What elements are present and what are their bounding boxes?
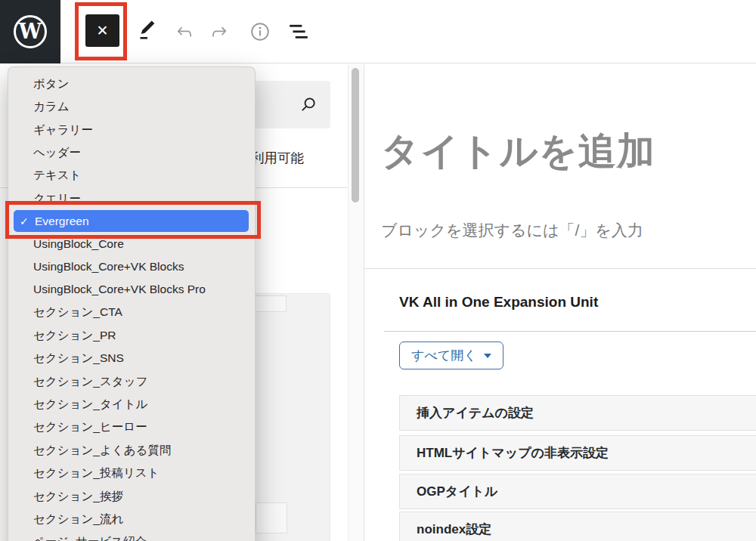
pattern-preview-element	[256, 502, 287, 533]
menu-item-セクション_PR[interactable]: ✓セクション_PR	[8, 324, 255, 347]
accordion-row-label: 挿入アイテムの設定	[417, 404, 534, 422]
meta-panel-divider	[364, 268, 756, 269]
menu-item-カラム[interactable]: ✓カラム	[8, 95, 255, 118]
accordion-row-label: OGPタイトル	[417, 483, 497, 500]
menu-item-UsingBlock_Core+VK Blocks[interactable]: ✓UsingBlock_Core+VK Blocks	[8, 255, 255, 278]
menu-item-label: セクション_PR	[33, 328, 116, 344]
block-appender-prompt[interactable]: ブロックを選択するには「/」を入力	[381, 220, 643, 241]
menu-item-UsingBlock_Core[interactable]: ✓UsingBlock_Core	[8, 232, 255, 255]
edit-pencil-icon[interactable]	[137, 18, 158, 41]
menu-item-label: セクション_SNS	[33, 351, 124, 366]
editor-canvas: タイトルを追加 ブロックを選択するには「/」を入力 VK All in One …	[364, 64, 756, 541]
accordion-row-OGPタイトル[interactable]: OGPタイトル	[399, 474, 756, 509]
menu-item-セクション_ヒーロー[interactable]: ✓セクション_ヒーロー	[8, 416, 255, 439]
list-view-icon[interactable]	[288, 20, 309, 43]
menu-item-label: セクション_タイトル	[33, 397, 147, 413]
pattern-category-dropdown-menu: ✓ボタン✓カラム✓ギャラリー✓ヘッダー✓テキスト✓クエリー✓Evergreen✓…	[8, 66, 256, 541]
menu-item-UsingBlock_Core+VK Blocks Pro[interactable]: ✓UsingBlock_Core+VK Blocks Pro	[8, 278, 255, 301]
undo-icon[interactable]	[174, 20, 195, 43]
panel-scrollbar-track[interactable]	[348, 64, 364, 541]
menu-item-label: UsingBlock_Core+VK Blocks	[33, 260, 184, 274]
chevron-down-icon	[484, 354, 491, 358]
menu-item-クエリー[interactable]: ✓クエリー	[8, 187, 255, 210]
open-all-button[interactable]: すべて開く	[399, 342, 503, 369]
menu-item-ヘッダー[interactable]: ✓ヘッダー	[8, 141, 255, 164]
vk-panel-rule	[384, 331, 756, 332]
menu-item-セクション_投稿リスト[interactable]: ✓セクション_投稿リスト	[8, 462, 255, 485]
menu-item-ページ_サービス紹介[interactable]: ✓ページ_サービス紹介	[8, 531, 255, 541]
menu-item-セクション_流れ[interactable]: ✓セクション_流れ	[8, 508, 255, 530]
redo-icon[interactable]	[209, 20, 230, 43]
accordion-row-label: HTMLサイトマップの非表示設定	[417, 444, 609, 462]
menu-item-label: ボタン	[33, 76, 70, 92]
menu-item-セクション_よくある質問[interactable]: ✓セクション_よくある質問	[8, 439, 255, 462]
menu-item-label: セクション_ヒーロー	[33, 419, 147, 435]
vk-panel-title: VK All in One Expansion Unit	[399, 294, 598, 311]
search-icon	[299, 94, 318, 114]
menu-item-ギャラリー[interactable]: ✓ギャラリー	[8, 119, 255, 141]
patterns-available-label: 利用可能	[251, 149, 304, 167]
menu-item-セクション_挨拶[interactable]: ✓セクション_挨拶	[8, 485, 255, 508]
wordpress-logo-letter: W	[19, 21, 42, 42]
accordion-row-HTMLサイトマップの非表示設定[interactable]: HTMLサイトマップの非表示設定	[399, 435, 756, 471]
accordion-row-挿入アイテムの設定[interactable]: 挿入アイテムの設定	[399, 395, 756, 431]
block-inserter-toggle-button[interactable]: ✕	[85, 14, 119, 47]
close-icon: ✕	[97, 22, 109, 39]
post-title-placeholder[interactable]: タイトルを追加	[381, 126, 655, 177]
wordpress-logo-tile[interactable]: W	[0, 0, 60, 63]
accordion-row-label: noindex設定	[417, 521, 491, 538]
menu-item-label: テキスト	[33, 168, 81, 184]
menu-item-セクション_タイトル[interactable]: ✓セクション_タイトル	[8, 393, 255, 416]
menu-item-label: ページ_サービス紹介	[33, 534, 147, 541]
checkmark-icon: ✓	[20, 215, 35, 227]
menu-item-label: セクション_投稿リスト	[33, 465, 160, 481]
menu-item-セクション_CTA[interactable]: ✓セクション_CTA	[8, 301, 255, 324]
menu-item-label: セクション_CTA	[33, 305, 122, 320]
menu-item-label: セクション_挨拶	[33, 489, 123, 505]
menu-item-label: セクション_流れ	[33, 512, 123, 527]
info-icon[interactable]	[249, 20, 271, 43]
menu-item-label: ヘッダー	[33, 145, 81, 161]
menu-item-テキスト[interactable]: ✓テキスト	[8, 165, 255, 187]
menu-item-label: セクション_よくある質問	[33, 443, 171, 459]
menu-item-セクション_スタッフ[interactable]: ✓セクション_スタッフ	[8, 370, 255, 393]
wordpress-block-editor: W ✕	[0, 0, 756, 541]
menu-item-label: ギャラリー	[33, 122, 93, 138]
pattern-preview-element	[255, 295, 287, 312]
menu-item-label: UsingBlock_Core+VK Blocks Pro	[33, 283, 206, 296]
panel-scrollbar-thumb[interactable]	[352, 68, 359, 202]
menu-item-label: クエリー	[33, 191, 81, 207]
accordion-row-noindex設定[interactable]: noindex設定	[399, 512, 756, 541]
menu-item-セクション_SNS[interactable]: ✓セクション_SNS	[8, 347, 255, 369]
menu-item-label: Evergreen	[35, 215, 89, 228]
menu-item-label: セクション_スタッフ	[33, 374, 147, 390]
menu-item-label: UsingBlock_Core	[33, 237, 124, 251]
wordpress-logo-icon: W	[14, 15, 47, 48]
menu-item-label: カラム	[33, 99, 70, 115]
open-all-label: すべて開く	[411, 347, 477, 364]
menu-item-ボタン[interactable]: ✓ボタン	[8, 73, 255, 95]
editor-top-bar: W ✕	[0, 0, 756, 63]
menu-item-Evergreen[interactable]: ✓Evergreen	[14, 210, 249, 232]
